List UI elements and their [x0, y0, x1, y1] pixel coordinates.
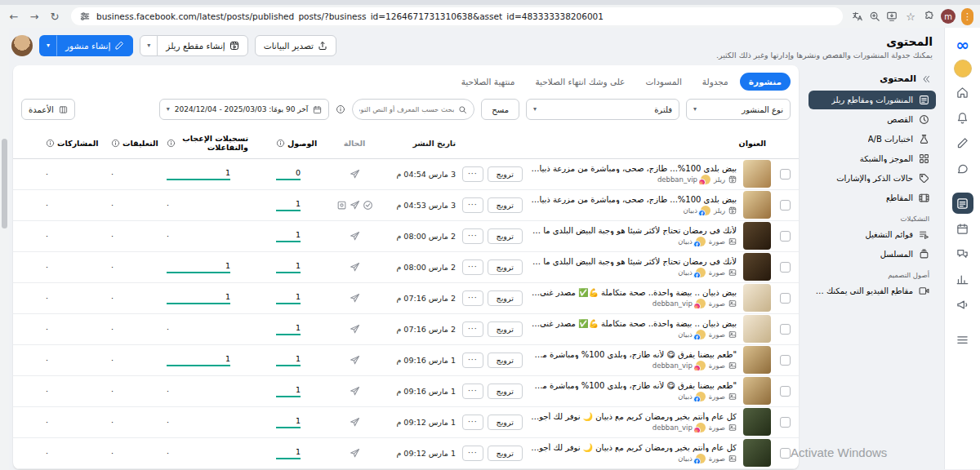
row-checkbox[interactable]	[780, 293, 791, 304]
planner-icon[interactable]	[952, 218, 973, 239]
boost-button[interactable]: ترويج	[488, 259, 523, 275]
browser-menu-icon[interactable]: ⋮	[961, 8, 973, 25]
browser-back-icon[interactable]: ←	[7, 11, 21, 22]
reach-value[interactable]: 1	[276, 354, 301, 366]
create-post-button[interactable]: إنشاء منشور	[56, 35, 133, 56]
more-options-button[interactable]: ···	[462, 321, 483, 337]
post-title[interactable]: "طعم بيضنا يفرق 😋 لأنه طازج، وبلدي 100% …	[529, 350, 737, 359]
row-checkbox[interactable]	[780, 448, 791, 459]
reach-value[interactable]: 1	[276, 416, 301, 428]
post-title[interactable]: كل عام وأنتم بخير ورمضان كريم مع ذبيان 🌙…	[529, 412, 737, 421]
sidebar-item[interactable]: مقاطع الفيديو التي يمكنك نشرها ف...	[808, 282, 936, 300]
sidebar-item[interactable]: حالات الذكر والإشارات	[808, 169, 936, 188]
row-checkbox[interactable]	[780, 169, 791, 180]
row-checkbox[interactable]	[780, 200, 791, 211]
info-icon[interactable]	[276, 139, 285, 148]
col-likes[interactable]: تسجيلات الإعجاب والتفاعلات	[178, 134, 248, 153]
info-icon[interactable]	[167, 139, 176, 148]
install-app-icon[interactable]	[886, 11, 898, 22]
home-icon[interactable]	[952, 82, 973, 103]
sidebar-item[interactable]: اختبارات A/B	[808, 130, 936, 149]
boost-button[interactable]: ترويج	[488, 384, 523, 399]
user-avatar[interactable]	[11, 35, 33, 56]
translate-icon[interactable]	[852, 11, 863, 22]
post-title[interactable]: لأنك في رمضان تحتاج لأكثر شيئا هو وجبة ا…	[529, 226, 737, 235]
browser-reload-icon[interactable]: ↻	[47, 11, 62, 22]
reach-value[interactable]: 1	[276, 292, 301, 304]
likes-value[interactable]: 1	[167, 354, 230, 366]
likes-value[interactable]: ·	[167, 418, 169, 427]
search-box[interactable]	[352, 99, 474, 120]
tab[interactable]: منشورة	[740, 73, 791, 91]
tab[interactable]: على وشك انتهاء الصلاحية	[526, 73, 634, 91]
tab[interactable]: مجدولة	[693, 73, 737, 91]
row-checkbox[interactable]	[780, 262, 791, 273]
create-post-icon[interactable]	[952, 132, 973, 153]
post-title[interactable]: بيض بلدي 100%... طازج، صحي، ومباشرة من م…	[529, 164, 737, 173]
zoom-icon[interactable]	[869, 11, 880, 22]
address-bar[interactable]: business.facebook.com/latest/posts/publi…	[71, 7, 843, 25]
post-thumbnail[interactable]	[743, 377, 771, 405]
reach-value[interactable]: 1	[276, 447, 301, 459]
likes-value[interactable]: ·	[167, 449, 169, 458]
business-avatar[interactable]	[954, 60, 972, 78]
sidebar-item[interactable]: قوائم التشغيل	[808, 225, 936, 244]
likes-value[interactable]: ·	[167, 232, 169, 241]
reach-value[interactable]: 0	[276, 168, 301, 180]
sidebar-item[interactable]: القصص	[808, 110, 936, 129]
post-title[interactable]: "طعم بيضنا يفرق 😋 لأنه طازج، وبلدي 100% …	[529, 381, 737, 390]
row-checkbox[interactable]	[780, 355, 791, 366]
search-info-icon[interactable]	[336, 104, 345, 114]
browser-profile-avatar[interactable]: m	[941, 9, 956, 24]
info-icon[interactable]	[111, 139, 120, 148]
likes-value[interactable]: ·	[167, 387, 169, 396]
row-checkbox[interactable]	[780, 417, 791, 428]
likes-value[interactable]: 1	[167, 292, 230, 304]
boost-button[interactable]: ترويج	[488, 415, 523, 430]
bookmark-star-icon[interactable]: ☆	[903, 11, 918, 22]
sidebar-collapse-icon[interactable]	[921, 74, 931, 84]
more-options-button[interactable]: ···	[462, 228, 483, 244]
content-icon[interactable]	[952, 193, 973, 214]
reach-value[interactable]: 1	[276, 230, 301, 242]
create-post-dropdown[interactable]: ▾	[39, 35, 57, 56]
search-input[interactable]	[359, 105, 454, 113]
site-info-icon[interactable]	[79, 11, 91, 22]
export-data-button[interactable]: تصدير البيانات	[255, 35, 336, 56]
post-type-select[interactable]: نوع المنشور ▾	[686, 99, 791, 120]
col-shares[interactable]: المشاركات	[57, 139, 99, 148]
scrollbar-thumb[interactable]	[2, 139, 7, 228]
row-checkbox[interactable]	[780, 324, 791, 335]
post-title[interactable]: بيض بلدي 100%... طازج، صحي، ومباشرة من م…	[529, 195, 737, 204]
window-scrollbar[interactable]	[0, 28, 9, 470]
extensions-icon[interactable]	[924, 11, 935, 22]
meta-logo[interactable]: ∞	[952, 34, 973, 55]
sidebar-item[interactable]: المسلسل	[808, 245, 936, 264]
info-icon[interactable]	[46, 139, 55, 148]
reach-value[interactable]: 1	[276, 199, 301, 211]
post-title[interactable]: بيض ذبيان .. بيضة واحدة.. صحة متكاملة 💪✅…	[529, 288, 737, 297]
insights-icon[interactable]	[952, 268, 973, 290]
inbox-icon[interactable]	[952, 157, 973, 179]
sidebar-item[interactable]: المنشورات ومقاطع ريلز	[808, 91, 936, 109]
boost-button[interactable]: ترويج	[488, 321, 523, 337]
more-options-button[interactable]: ···	[462, 259, 483, 275]
columns-button[interactable]: الأعمدة	[21, 99, 75, 120]
more-options-button[interactable]: ···	[462, 446, 483, 461]
post-thumbnail[interactable]	[743, 346, 771, 374]
row-checkbox[interactable]	[780, 231, 791, 242]
post-thumbnail[interactable]	[743, 408, 771, 436]
boost-button[interactable]: ترويج	[488, 197, 523, 213]
boost-button[interactable]: ترويج	[488, 166, 523, 182]
boost-button[interactable]: ترويج	[488, 228, 523, 244]
more-options-button[interactable]: ···	[462, 290, 483, 306]
post-title[interactable]: لأنك في رمضان تحتاج لأكثر شيئا هو وجبة ا…	[529, 257, 737, 266]
boost-button[interactable]: ترويج	[488, 290, 523, 306]
reach-value[interactable]: 1	[276, 323, 301, 335]
tab[interactable]: المسودات	[636, 73, 690, 91]
likes-value[interactable]: 1	[167, 261, 230, 273]
clear-button[interactable]: مسح	[481, 99, 519, 120]
boost-button[interactable]: ترويج	[488, 446, 523, 461]
sidebar-item[interactable]: المقاطع	[808, 188, 936, 207]
reach-value[interactable]: 1	[276, 385, 301, 397]
